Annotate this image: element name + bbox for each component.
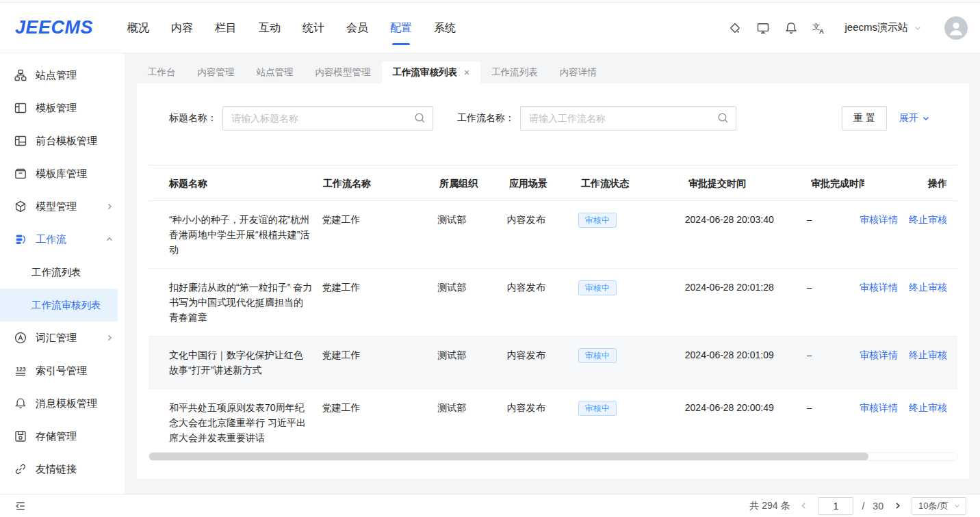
tab-content-management[interactable]: 内容管理 (187, 62, 246, 83)
sidebar-item-message-template-management[interactable]: 消息模板管理 (0, 387, 125, 420)
row-application-scene: 内容发布 (507, 400, 578, 415)
row-organization: 测试部 (437, 400, 506, 415)
theme-icon[interactable] (727, 20, 743, 36)
horizontal-scrollbar-track[interactable] (149, 452, 958, 461)
expand-toggle[interactable]: 展开 (899, 112, 930, 124)
sidebar-subitem-label: 工作流列表 (31, 266, 81, 279)
chevron-right-icon (105, 334, 114, 342)
sidebar-item-workflow[interactable]: 工作流 (0, 223, 125, 256)
tab-workbench[interactable]: 工作台 (137, 62, 187, 83)
sidebar-item-index-number-management[interactable]: 123 索引号管理 (0, 354, 125, 387)
col-actions: 操作 (864, 176, 957, 191)
sidebar-item-label: 友情链接 (36, 463, 77, 476)
notification-bell-icon[interactable] (783, 20, 799, 36)
sidebar-item-label: 模型管理 (36, 200, 77, 213)
model-icon (14, 200, 27, 213)
tabstrip: 工作台 内容管理 站点管理 内容模型管理 工作流审核列表 × 工作流列表 内容详… (137, 62, 969, 83)
sidebar-subitem-workflow-list[interactable]: 工作流列表 (0, 256, 118, 289)
terminate-review-link[interactable]: 终止审核 (909, 400, 947, 415)
title-search-input[interactable] (222, 106, 433, 131)
row-application-scene: 内容发布 (507, 212, 578, 227)
sidebar-item-label: 模板管理 (36, 102, 77, 115)
horizontal-scrollbar-thumb[interactable] (149, 453, 868, 460)
row-title[interactable]: 扣好廉洁从政的“第一粒扣子” 奋力书写为中国式现代化挺膺担当的青春篇章 (149, 280, 322, 325)
nav-overview[interactable]: 概况 (127, 17, 149, 39)
sidebar-item-friend-links[interactable]: 友情链接 (0, 453, 125, 486)
tab-content-detail[interactable]: 内容详情 (549, 62, 608, 83)
collapse-sidebar-icon[interactable] (14, 500, 125, 512)
nav-system[interactable]: 系统 (434, 17, 456, 39)
nav-content[interactable]: 内容 (171, 17, 193, 39)
sidebar-subitem-workflow-review-list[interactable]: 工作流审核列表 (0, 289, 118, 321)
workflow-search-input[interactable] (520, 106, 736, 131)
tab-workflow-review-list[interactable]: 工作流审核列表 × (382, 62, 481, 83)
chevron-down-icon (953, 502, 961, 509)
status-badge: 审核中 (578, 401, 617, 416)
total-pages: 30 (873, 501, 884, 512)
review-detail-link[interactable]: 审核详情 (860, 347, 898, 362)
tab-site-management[interactable]: 站点管理 (246, 62, 305, 83)
row-title[interactable]: 和平共处五项原则发表70周年纪念大会在北京隆重举行 习近平出席大会并发表重要讲话 (149, 400, 322, 445)
sidebar: 站点管理 模板管理 前台模板管理 模板库管理 模型管理 工作流 工作流列表 工 (0, 53, 125, 494)
review-detail-link[interactable]: 审核详情 (860, 400, 898, 415)
sidebar-item-template-library-management[interactable]: 模板库管理 (0, 157, 125, 190)
col-organization: 所属组织 (439, 176, 509, 191)
main-layout: 站点管理 模板管理 前台模板管理 模板库管理 模型管理 工作流 工作流列表 工 (0, 53, 980, 494)
row-workflow-name: 党建工作 (322, 400, 438, 415)
sidebar-item-template-management[interactable]: 模板管理 (0, 92, 125, 124)
sidebar-item-front-template-management[interactable]: 前台模板管理 (0, 124, 125, 157)
nav-column[interactable]: 栏目 (215, 17, 237, 39)
nav-member[interactable]: 会员 (346, 17, 368, 39)
prev-page-icon[interactable] (798, 500, 810, 512)
row-organization: 测试部 (437, 212, 506, 227)
jeecms-logo[interactable]: JEECMS (15, 17, 93, 38)
sidebar-item-vocabulary-management[interactable]: 词汇管理 (0, 321, 125, 354)
nav-interaction[interactable]: 互动 (259, 17, 281, 39)
row-application-scene: 内容发布 (507, 280, 578, 295)
sidebar-item-model-management[interactable]: 模型管理 (0, 190, 125, 223)
row-title[interactable]: “种小小的种子，开友谊的花”杭州香港两地中学生开展“根植共建”活动 (149, 212, 322, 257)
workflow-review-card: 标题名称： 工作流名称： 重 置 展开 (137, 83, 969, 479)
row-organization: 测试部 (437, 280, 506, 295)
translate-icon[interactable]: 文A (811, 20, 827, 36)
sidebar-item-site-management[interactable]: 站点管理 (0, 59, 125, 92)
reset-button[interactable]: 重 置 (842, 106, 887, 131)
site-name: jeecms演示站 (844, 21, 908, 34)
workflow-review-table: 标题名称 工作流名称 所属组织 应用场景 工作流状态 审批提交时间 审批完成时间… (149, 165, 957, 456)
sidebar-item-label: 站点管理 (36, 69, 77, 82)
row-workflow-status: 审核中 (578, 400, 685, 416)
sidebar-item-label: 前台模板管理 (36, 135, 97, 148)
terminate-review-link[interactable]: 终止审核 (909, 347, 947, 362)
close-icon[interactable]: × (464, 68, 469, 77)
workflow-filter-label: 工作流名称： (457, 112, 515, 124)
user-avatar[interactable] (944, 16, 968, 40)
nav-config[interactable]: 配置 (390, 17, 412, 39)
content-area: 工作台 内容管理 站点管理 内容模型管理 工作流审核列表 × 工作流列表 内容详… (125, 53, 980, 494)
page-number-input[interactable] (818, 497, 853, 515)
next-page-icon[interactable] (892, 500, 903, 512)
row-workflow-status: 审核中 (578, 280, 685, 295)
tab-workflow-list[interactable]: 工作流列表 (480, 62, 549, 83)
terminate-review-link[interactable]: 终止审核 (909, 212, 947, 227)
nav-statistics[interactable]: 统计 (302, 17, 324, 39)
monitor-icon[interactable] (755, 20, 771, 36)
row-title[interactable]: 文化中国行｜数字化保护让红色故事“打开”讲述新方式 (149, 347, 322, 377)
row-complete-time: – (807, 280, 860, 295)
row-actions: 审核详情 终止审核 (860, 347, 957, 362)
col-submit-time: 审批提交时间 (688, 176, 811, 191)
search-icon[interactable] (717, 112, 729, 124)
review-detail-link[interactable]: 审核详情 (860, 280, 898, 295)
col-workflow-name: 工作流名称 (323, 176, 439, 191)
sidebar-item-label: 存储管理 (36, 430, 77, 443)
row-complete-time: – (807, 347, 860, 362)
sidebar-item-label: 消息模板管理 (36, 397, 97, 410)
sidebar-item-storage-management[interactable]: 存储管理 (0, 420, 125, 453)
site-switcher[interactable]: jeecms演示站 (844, 21, 922, 34)
page-separator: / (862, 501, 864, 512)
search-icon[interactable] (414, 112, 426, 124)
review-detail-link[interactable]: 审核详情 (860, 212, 898, 227)
page-size-select[interactable]: 10条/页 (912, 497, 966, 515)
tab-content-model-management[interactable]: 内容模型管理 (305, 62, 382, 83)
terminate-review-link[interactable]: 终止审核 (909, 280, 947, 295)
chevron-up-icon (105, 235, 114, 243)
